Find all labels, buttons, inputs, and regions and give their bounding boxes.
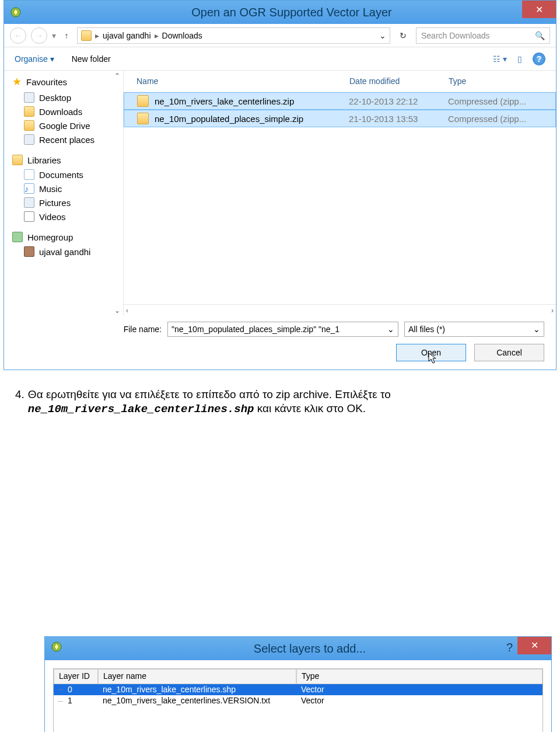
downloads-icon [24,106,34,117]
filename-input[interactable]: "ne_10m_populated_places_simple.zip" "ne… [167,322,398,337]
forward-button[interactable]: → [31,27,47,44]
layer-type: Vector [296,685,542,695]
file-date: 21-10-2013 13:53 [349,114,448,124]
window-title: Open an OGR Supported Vector Layer [27,6,556,19]
layer-id: 0 [54,685,98,695]
star-icon: ★ [12,75,22,88]
zip-file-icon [137,113,149,124]
close-button[interactable]: ✕ [517,637,551,654]
column-type[interactable]: Type [449,76,548,86]
chevron-down-icon: ▾ [503,54,507,64]
instruction-step-4: 4. Θα ερωτηθείτε για να επιλέξετε το επί… [0,388,560,732]
layer-name: ne_10m_rivers_lake_centerlines.VERSION.t… [98,696,296,706]
layer-row[interactable]: 1ne_10m_rivers_lake_centerlines.VERSION.… [54,695,542,707]
chevron-right-icon: ▸ [155,31,159,40]
dialog-footer: File name: "ne_10m_populated_places_simp… [4,316,556,370]
documents-icon [24,169,34,180]
search-icon: 🔍 [535,31,545,40]
libraries-icon [12,155,23,165]
sidebar-item-downloads[interactable]: Downloads [12,104,121,118]
navigation-pane: ⌃ ⌄ ★Favourites Desktop Downloads Google… [4,71,124,316]
file-filter-select[interactable]: All files (*) ⌄ [404,322,544,337]
sidebar-item-libraries[interactable]: Libraries [12,155,121,165]
sidebar-item-user[interactable]: ujaval gandhi [12,245,121,259]
step-number: 4. [15,388,24,633]
col-layer-type[interactable]: Type [296,669,542,684]
chevron-down-icon: ⌄ [533,325,540,334]
col-layer-name[interactable]: Layer name [98,669,296,684]
sidebar-item-favourites[interactable]: ★Favourites [12,75,121,88]
scroll-left-icon: ‹ [126,306,128,315]
title-bar: Select layers to add... ? ✕ [45,637,551,660]
google-drive-icon [24,120,34,131]
sidebar-item-desktop[interactable]: Desktop [12,90,121,104]
file-row[interactable]: ne_10m_populated_places_simple.zip21-10-… [124,110,556,127]
qgis-icon [10,6,22,18]
back-button[interactable]: ← [10,27,26,44]
breadcrumb[interactable]: ▸ ujaval gandhi ▸ Downloads ⌄ [77,27,390,44]
close-icon: ✕ [531,640,538,651]
column-name[interactable]: Name [136,76,349,86]
organise-menu[interactable]: Organise ▾ [15,54,54,64]
close-icon: ✕ [536,4,543,15]
chevron-down-icon: ▾ [50,54,54,64]
column-date[interactable]: Date modified [349,76,449,86]
file-type: Compressed (zipp... [448,114,547,124]
layer-name: ne_10m_rivers_lake_centerlines.shp [98,685,296,695]
preview-pane-button[interactable]: ▯ [517,54,522,64]
up-button[interactable]: ↑ [61,31,72,40]
crumb-user[interactable]: ujaval gandhi [103,31,151,40]
open-button[interactable]: Open [396,344,466,361]
sidebar-item-homegroup[interactable]: Homegroup [12,232,121,242]
horizontal-scrollbar[interactable]: ‹ › [124,304,556,316]
pictures-icon [24,197,34,208]
scroll-down-icon: ⌄ [114,305,120,316]
zip-file-icon [137,95,149,107]
layer-type: Vector [296,696,542,706]
sidebar-item-pictures[interactable]: Pictures [12,196,121,210]
layer-id: 1 [54,696,98,706]
arrow-left-icon: ← [14,31,22,40]
cancel-button[interactable]: Cancel [474,344,544,361]
help-button[interactable]: ? [506,640,513,655]
view-mode-button[interactable]: ☷ ▾ [493,54,507,64]
sidebar-item-music[interactable]: ♪Music [12,182,121,196]
command-bar: Organise ▾ New folder ☷ ▾ ▯ ? [4,47,556,71]
qgis-icon [51,641,62,656]
new-folder-button[interactable]: New folder [72,54,111,64]
open-file-dialog: Open an OGR Supported Vector Layer ✕ ← →… [4,0,556,370]
refresh-button[interactable]: ↻ [395,31,411,40]
crumb-downloads[interactable]: Downloads [162,31,202,40]
chevron-down-icon: ⌄ [387,325,394,334]
desktop-icon [24,92,34,103]
sidebar-item-recent[interactable]: Recent places [12,133,121,147]
sidebar-item-google-drive[interactable]: Google Drive [12,118,121,133]
sidebar-scrollbar[interactable]: ⌃ ⌄ [111,71,123,316]
file-name: ne_10m_rivers_lake_centerlines.zip [155,96,349,106]
homegroup-icon [12,232,23,242]
file-date: 22-10-2013 22:12 [349,96,448,106]
recent-dropdown-icon[interactable]: ▾ [52,31,56,40]
list-header: Layer ID Layer name Type [54,669,542,684]
layer-row[interactable]: 0ne_10m_rivers_lake_centerlines.shpVecto… [54,684,542,696]
title-bar: Open an OGR Supported Vector Layer ✕ [4,1,556,24]
scroll-right-icon: › [551,306,554,315]
window-title: Select layers to add... [68,642,551,656]
layer-list: Layer ID Layer name Type 0ne_10m_rivers_… [53,668,543,732]
close-button[interactable]: ✕ [522,1,556,18]
col-layer-id[interactable]: Layer ID [54,669,98,684]
chevron-down-icon[interactable]: ⌄ [379,31,386,40]
sidebar-item-videos[interactable]: Videos [12,210,121,224]
help-button[interactable]: ? [533,53,545,65]
sidebar-item-documents[interactable]: Documents [12,168,121,182]
scroll-up-icon: ⌃ [114,71,120,81]
select-layers-dialog: Select layers to add... ? ✕ Layer ID Lay… [44,636,552,732]
user-avatar-icon [24,246,34,257]
column-headers: Name Date modified Type [124,71,556,92]
search-input[interactable]: Search Downloads 🔍 [416,27,550,44]
arrow-right-icon: → [35,31,43,40]
step-text: Θα ερωτηθείτε για να επιλέξετε το επίπεδ… [28,388,545,633]
dialog-body: ⌃ ⌄ ★Favourites Desktop Downloads Google… [4,71,556,316]
music-icon: ♪ [24,183,34,194]
file-row[interactable]: ne_10m_rivers_lake_centerlines.zip22-10-… [124,92,556,110]
